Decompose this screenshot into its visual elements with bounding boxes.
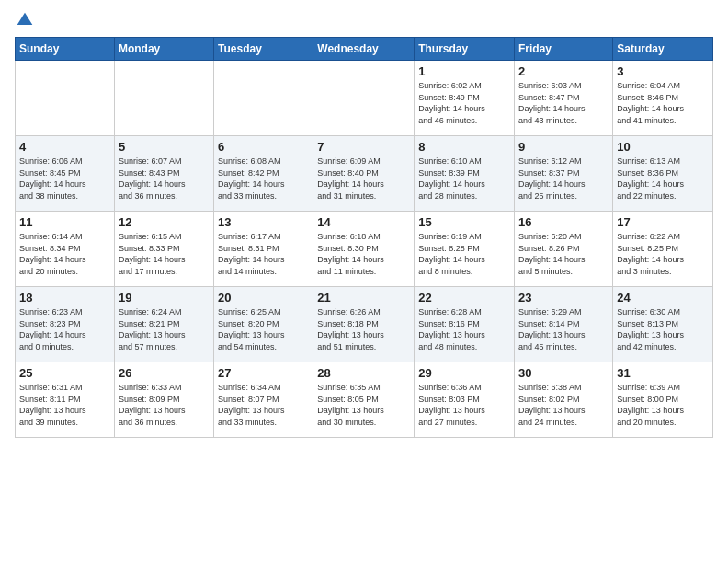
calendar-cell: 3Sunrise: 6:04 AM Sunset: 8:46 PM Daylig… (613, 61, 713, 136)
calendar-cell: 9Sunrise: 6:12 AM Sunset: 8:37 PM Daylig… (515, 136, 613, 212)
header-day: Wednesday (313, 38, 415, 61)
day-number: 23 (518, 291, 609, 304)
day-info: Sunrise: 6:28 AM Sunset: 8:16 PM Dayligh… (418, 306, 510, 352)
day-info: Sunrise: 6:06 AM Sunset: 8:45 PM Dayligh… (19, 155, 110, 201)
logo-icon (16, 11, 34, 29)
calendar-week: 18Sunrise: 6:23 AM Sunset: 8:23 PM Dayli… (16, 287, 713, 362)
day-number: 29 (418, 366, 510, 380)
calendar-cell: 11Sunrise: 6:14 AM Sunset: 8:34 PM Dayli… (16, 212, 115, 287)
calendar-cell: 31Sunrise: 6:39 AM Sunset: 8:00 PM Dayli… (613, 362, 713, 438)
day-number: 24 (617, 291, 709, 304)
day-number: 10 (617, 140, 709, 154)
header-row: SundayMondayTuesdayWednesdayThursdayFrid… (16, 38, 713, 61)
day-number: 12 (119, 215, 210, 229)
calendar: SundayMondayTuesdayWednesdayThursdayFrid… (15, 37, 713, 438)
day-info: Sunrise: 6:29 AM Sunset: 8:14 PM Dayligh… (518, 306, 609, 352)
day-info: Sunrise: 6:35 AM Sunset: 8:05 PM Dayligh… (317, 382, 410, 428)
header-day: Friday (515, 38, 613, 61)
day-number: 22 (418, 291, 510, 304)
day-number: 27 (218, 366, 309, 380)
day-number: 31 (617, 366, 709, 380)
day-info: Sunrise: 6:36 AM Sunset: 8:03 PM Dayligh… (418, 382, 510, 428)
calendar-cell: 23Sunrise: 6:29 AM Sunset: 8:14 PM Dayli… (515, 287, 613, 362)
calendar-cell: 20Sunrise: 6:25 AM Sunset: 8:20 PM Dayli… (214, 287, 313, 362)
day-info: Sunrise: 6:07 AM Sunset: 8:43 PM Dayligh… (119, 155, 210, 201)
header (15, 11, 713, 29)
day-info: Sunrise: 6:31 AM Sunset: 8:11 PM Dayligh… (19, 382, 110, 428)
day-info: Sunrise: 6:10 AM Sunset: 8:39 PM Dayligh… (418, 155, 510, 201)
header-day: Sunday (16, 38, 115, 61)
day-info: Sunrise: 6:12 AM Sunset: 8:37 PM Dayligh… (518, 155, 609, 201)
day-number: 21 (317, 291, 410, 304)
calendar-cell (313, 61, 415, 136)
calendar-cell: 4Sunrise: 6:06 AM Sunset: 8:45 PM Daylig… (16, 136, 115, 212)
calendar-cell: 18Sunrise: 6:23 AM Sunset: 8:23 PM Dayli… (16, 287, 115, 362)
day-number: 1 (418, 64, 510, 78)
day-number: 17 (617, 215, 709, 229)
calendar-cell: 21Sunrise: 6:26 AM Sunset: 8:18 PM Dayli… (313, 287, 415, 362)
day-number: 2 (518, 64, 609, 78)
day-info: Sunrise: 6:39 AM Sunset: 8:00 PM Dayligh… (617, 382, 709, 428)
day-info: Sunrise: 6:08 AM Sunset: 8:42 PM Dayligh… (218, 155, 309, 201)
calendar-cell: 15Sunrise: 6:19 AM Sunset: 8:28 PM Dayli… (415, 212, 515, 287)
day-info: Sunrise: 6:17 AM Sunset: 8:31 PM Dayligh… (218, 231, 309, 277)
calendar-cell: 13Sunrise: 6:17 AM Sunset: 8:31 PM Dayli… (214, 212, 313, 287)
calendar-cell: 24Sunrise: 6:30 AM Sunset: 8:13 PM Dayli… (613, 287, 713, 362)
day-number: 15 (418, 215, 510, 229)
svg-marker-0 (17, 13, 33, 25)
day-info: Sunrise: 6:34 AM Sunset: 8:07 PM Dayligh… (218, 382, 309, 428)
calendar-cell: 14Sunrise: 6:18 AM Sunset: 8:30 PM Dayli… (313, 212, 415, 287)
calendar-cell: 12Sunrise: 6:15 AM Sunset: 8:33 PM Dayli… (114, 212, 213, 287)
calendar-cell: 17Sunrise: 6:22 AM Sunset: 8:25 PM Dayli… (613, 212, 713, 287)
day-number: 25 (19, 366, 110, 380)
day-info: Sunrise: 6:22 AM Sunset: 8:25 PM Dayligh… (617, 231, 709, 277)
day-number: 13 (218, 215, 309, 229)
calendar-cell: 7Sunrise: 6:09 AM Sunset: 8:40 PM Daylig… (313, 136, 415, 212)
calendar-cell: 10Sunrise: 6:13 AM Sunset: 8:36 PM Dayli… (613, 136, 713, 212)
day-info: Sunrise: 6:18 AM Sunset: 8:30 PM Dayligh… (317, 231, 410, 277)
header-day: Saturday (613, 38, 713, 61)
day-info: Sunrise: 6:09 AM Sunset: 8:40 PM Dayligh… (317, 155, 410, 201)
calendar-body: 1Sunrise: 6:02 AM Sunset: 8:49 PM Daylig… (16, 61, 713, 438)
day-number: 7 (317, 140, 410, 154)
calendar-cell (16, 61, 115, 136)
calendar-cell: 28Sunrise: 6:35 AM Sunset: 8:05 PM Dayli… (313, 362, 415, 438)
day-number: 19 (119, 291, 210, 304)
calendar-week: 1Sunrise: 6:02 AM Sunset: 8:49 PM Daylig… (16, 61, 713, 136)
day-number: 14 (317, 215, 410, 229)
calendar-cell: 16Sunrise: 6:20 AM Sunset: 8:26 PM Dayli… (515, 212, 613, 287)
calendar-week: 25Sunrise: 6:31 AM Sunset: 8:11 PM Dayli… (16, 362, 713, 438)
day-info: Sunrise: 6:24 AM Sunset: 8:21 PM Dayligh… (119, 306, 210, 352)
day-info: Sunrise: 6:04 AM Sunset: 8:46 PM Dayligh… (617, 80, 709, 126)
day-number: 8 (418, 140, 510, 154)
header-day: Tuesday (214, 38, 313, 61)
calendar-cell: 1Sunrise: 6:02 AM Sunset: 8:49 PM Daylig… (415, 61, 515, 136)
day-info: Sunrise: 6:19 AM Sunset: 8:28 PM Dayligh… (418, 231, 510, 277)
day-info: Sunrise: 6:20 AM Sunset: 8:26 PM Dayligh… (518, 231, 609, 277)
day-number: 28 (317, 366, 410, 380)
day-number: 5 (119, 140, 210, 154)
calendar-cell: 27Sunrise: 6:34 AM Sunset: 8:07 PM Dayli… (214, 362, 313, 438)
calendar-cell: 22Sunrise: 6:28 AM Sunset: 8:16 PM Dayli… (415, 287, 515, 362)
day-number: 26 (119, 366, 210, 380)
day-info: Sunrise: 6:26 AM Sunset: 8:18 PM Dayligh… (317, 306, 410, 352)
day-number: 11 (19, 215, 110, 229)
day-info: Sunrise: 6:30 AM Sunset: 8:13 PM Dayligh… (617, 306, 709, 352)
header-day: Thursday (415, 38, 515, 61)
day-info: Sunrise: 6:14 AM Sunset: 8:34 PM Dayligh… (19, 231, 110, 277)
calendar-cell (114, 61, 213, 136)
day-number: 30 (518, 366, 609, 380)
day-number: 9 (518, 140, 609, 154)
day-info: Sunrise: 6:38 AM Sunset: 8:02 PM Dayligh… (518, 382, 609, 428)
header-day: Monday (114, 38, 213, 61)
calendar-cell: 2Sunrise: 6:03 AM Sunset: 8:47 PM Daylig… (515, 61, 613, 136)
day-info: Sunrise: 6:25 AM Sunset: 8:20 PM Dayligh… (218, 306, 309, 352)
day-number: 18 (19, 291, 110, 304)
day-info: Sunrise: 6:02 AM Sunset: 8:49 PM Dayligh… (418, 80, 510, 126)
calendar-cell: 8Sunrise: 6:10 AM Sunset: 8:39 PM Daylig… (415, 136, 515, 212)
day-info: Sunrise: 6:15 AM Sunset: 8:33 PM Dayligh… (119, 231, 210, 277)
calendar-cell: 25Sunrise: 6:31 AM Sunset: 8:11 PM Dayli… (16, 362, 115, 438)
calendar-cell: 26Sunrise: 6:33 AM Sunset: 8:09 PM Dayli… (114, 362, 213, 438)
calendar-cell: 6Sunrise: 6:08 AM Sunset: 8:42 PM Daylig… (214, 136, 313, 212)
calendar-cell: 30Sunrise: 6:38 AM Sunset: 8:02 PM Dayli… (515, 362, 613, 438)
